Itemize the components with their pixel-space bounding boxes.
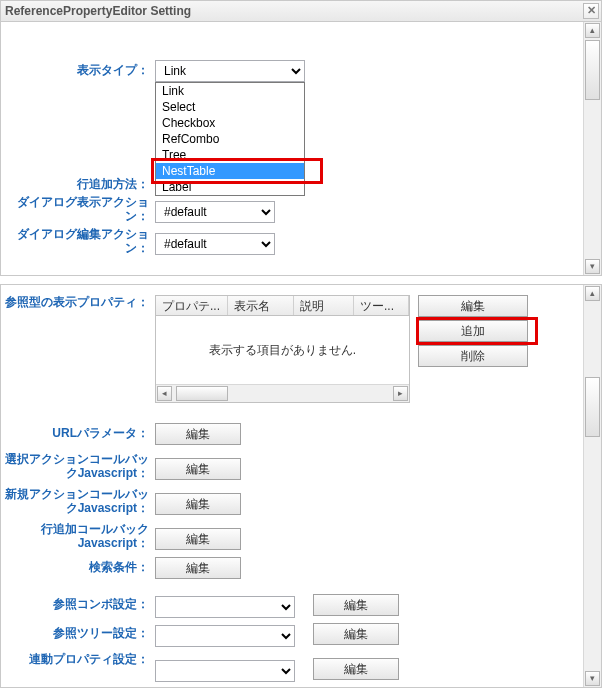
ref-tree-select[interactable] <box>155 625 295 647</box>
ref-add-button[interactable]: 追加 <box>418 320 528 342</box>
ref-prop-table: プロパテ... 表示名 説明 ツー... 表示する項目がありません. ◂ ▸ <box>155 295 410 403</box>
linked-prop-select[interactable] <box>155 660 295 682</box>
option-link[interactable]: Link <box>156 83 304 99</box>
option-label[interactable]: Label <box>156 179 304 195</box>
new-cb-edit-button[interactable]: 編集 <box>155 493 241 515</box>
label-ref-combo: 参照コンボ設定： <box>1 594 155 611</box>
th-property[interactable]: プロパテ... <box>156 296 228 315</box>
option-checkbox[interactable]: Checkbox <box>156 115 304 131</box>
dialog-show-select[interactable]: #default <box>155 201 275 223</box>
label-add-method: 行追加方法： <box>1 174 155 191</box>
th-tool[interactable]: ツー... <box>354 296 409 315</box>
option-select[interactable]: Select <box>156 99 304 115</box>
display-type-dropdown: Link Select Checkbox RefCombo Tree NestT… <box>155 82 305 196</box>
url-param-edit-button[interactable]: 編集 <box>155 423 241 445</box>
addrow-cb-edit-button[interactable]: 編集 <box>155 528 241 550</box>
dialog-titlebar: ReferencePropertyEditor Setting ✕ <box>0 0 602 22</box>
linked-prop-edit-button[interactable]: 編集 <box>313 658 399 680</box>
hscroll-right-icon[interactable]: ▸ <box>393 386 408 401</box>
ref-combo-edit-button[interactable]: 編集 <box>313 594 399 616</box>
label-new-cb: 新規アクションコールバックJavascript： <box>1 487 155 515</box>
ref-tree-edit-button[interactable]: 編集 <box>313 623 399 645</box>
table-header: プロパテ... 表示名 説明 ツー... <box>156 296 409 316</box>
table-empty-text: 表示する項目がありません. <box>156 342 409 359</box>
scroll-down-icon[interactable]: ▾ <box>585 259 600 274</box>
pane2-scrollbar[interactable]: ▴ ▾ <box>583 285 601 687</box>
dialog-edit-select[interactable]: #default <box>155 233 275 255</box>
option-tree[interactable]: Tree <box>156 147 304 163</box>
scroll-thumb[interactable] <box>585 377 600 437</box>
hscroll-thumb[interactable] <box>176 386 228 401</box>
scroll-down-icon[interactable]: ▾ <box>585 671 600 686</box>
ref-prop-buttons: 編集 追加 削除 <box>418 295 530 403</box>
label-ref-tree: 参照ツリー設定： <box>1 623 155 640</box>
label-dialog-show: ダイアログ表示アクション： <box>1 195 155 223</box>
label-ref-prop: 参照型の表示プロパティ： <box>1 295 155 309</box>
display-type-control: Link Link Select Checkbox RefCombo Tree … <box>155 60 305 82</box>
label-url-param: URLパラメータ： <box>1 423 155 440</box>
th-description[interactable]: 説明 <box>294 296 354 315</box>
option-refcombo[interactable]: RefCombo <box>156 131 304 147</box>
scroll-up-icon[interactable]: ▴ <box>585 286 600 301</box>
label-linked-prop: 連動プロパティ設定： <box>1 652 155 666</box>
dialog-title: ReferencePropertyEditor Setting <box>5 4 191 18</box>
hscroll-left-icon[interactable]: ◂ <box>157 386 172 401</box>
ref-combo-select[interactable] <box>155 596 295 618</box>
ref-delete-button[interactable]: 削除 <box>418 345 528 367</box>
label-search-cond: 検索条件： <box>1 557 155 574</box>
search-cond-edit-button[interactable]: 編集 <box>155 557 241 579</box>
close-icon[interactable]: ✕ <box>583 3 599 19</box>
pane1-scrollbar[interactable]: ▴ ▾ <box>583 22 601 275</box>
label-select-cb: 選択アクションコールバックJavascript： <box>1 452 155 480</box>
display-type-select[interactable]: Link <box>155 60 305 82</box>
label-dialog-edit: ダイアログ編集アクション： <box>1 227 155 255</box>
label-display-type: 表示タイプ： <box>1 60 155 77</box>
scroll-thumb[interactable] <box>585 40 600 100</box>
table-hscroll[interactable]: ◂ ▸ <box>156 384 409 402</box>
select-cb-edit-button[interactable]: 編集 <box>155 458 241 480</box>
th-displayname[interactable]: 表示名 <box>228 296 294 315</box>
scroll-up-icon[interactable]: ▴ <box>585 23 600 38</box>
ref-edit-button[interactable]: 編集 <box>418 295 528 317</box>
lower-pane: 参照型の表示プロパティ： プロパテ... 表示名 説明 ツー... 表示する項目… <box>0 284 602 688</box>
option-nesttable[interactable]: NestTable <box>156 163 304 179</box>
upper-pane: 表示タイプ： Link Link Select Checkbox RefComb… <box>0 22 602 276</box>
label-addrow-cb: 行追加コールバックJavascript： <box>1 522 155 550</box>
